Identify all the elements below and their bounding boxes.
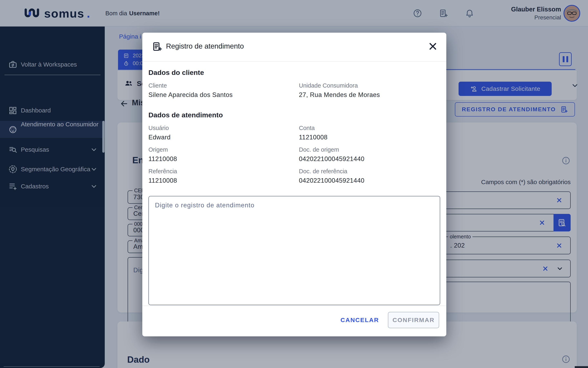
registro-textarea[interactable] [149, 196, 440, 305]
field-label: Doc. de origem [299, 146, 339, 153]
modal-header-divider [142, 61, 446, 62]
field-label: Usuário [149, 125, 169, 131]
field-label: Doc. de referência [299, 168, 347, 175]
field-label: Cliente [149, 82, 167, 89]
field-value-doc-referencia: 042022100045921440 [299, 177, 364, 184]
close-icon[interactable] [427, 41, 438, 52]
note-add-icon [152, 41, 162, 52]
field-label: Origem [149, 146, 168, 153]
field-value-doc-origem: 042022100045921440 [299, 155, 364, 163]
field-value-conta: 11210008 [299, 134, 327, 141]
modal-footer-divider [142, 305, 446, 306]
field-label: Referência [149, 168, 177, 175]
cancelar-button[interactable]: CANCELAR [338, 313, 382, 327]
app-screen: somus . Bom dia Username! [0, 0, 588, 368]
field-value-origem: 11210008 [149, 155, 177, 163]
field-label: Conta [299, 125, 315, 131]
section-heading-client: Dados do cliente [149, 69, 204, 76]
field-value-unidade: 27, Rua Mendes de Moraes [299, 91, 380, 99]
field-value-referencia: 11210008 [149, 177, 177, 184]
section-heading-service: Dados de atendimento [149, 111, 223, 119]
field-label: Unidade Consumidora [299, 82, 358, 89]
confirmar-button[interactable]: CONFIRMAR [388, 312, 439, 328]
registro-atendimento-modal: Registro de atendimento Dados do cliente… [142, 33, 446, 336]
modal-title: Registro de atendimento [166, 42, 244, 50]
field-value-cliente: Silene Aparecida dos Santos [149, 91, 233, 99]
field-value-usuario: Edward [149, 134, 171, 141]
